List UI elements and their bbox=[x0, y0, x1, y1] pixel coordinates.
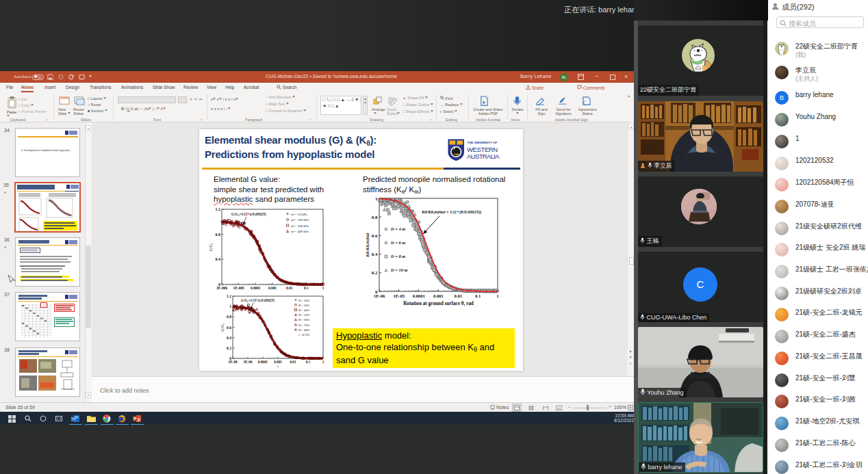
svg-text:0.01: 0.01 bbox=[455, 293, 463, 298]
svg-text:1: 1 bbox=[229, 304, 231, 308]
svg-text:0.001: 0.001 bbox=[433, 293, 444, 298]
svg-text:0.1: 0.1 bbox=[306, 360, 311, 364]
svg-text:σₙ'= 50 kPa: σₙ'= 50 kPa bbox=[291, 213, 307, 216]
svg-text:Dᵣ= 40%: Dᵣ= 40% bbox=[298, 308, 310, 312]
svg-text:1E-006: 1E-006 bbox=[216, 286, 227, 290]
svg-text:e′=0.762: e′=0.762 bbox=[298, 333, 310, 337]
svg-text:σₙ'= 200 kPa: σₙ'= 200 kPa bbox=[291, 224, 309, 228]
svg-text:0.0001: 0.0001 bbox=[258, 360, 268, 364]
svg-text:THE UNIVERSITY OF: THE UNIVERSITY OF bbox=[468, 141, 498, 144]
svg-text:0.0001: 0.0001 bbox=[413, 293, 425, 298]
svg-text:Kθ/Kθ,initial: Kθ/Kθ,initial bbox=[365, 233, 370, 257]
svg-text:Dᵣ= 50%: Dᵣ= 50% bbox=[298, 313, 310, 317]
svg-text:D = 10 m: D = 10 m bbox=[390, 267, 407, 272]
svg-text:Dᵣ= 80%: Dᵣ= 80% bbox=[298, 328, 310, 332]
svg-text:1: 1 bbox=[322, 360, 324, 364]
svg-text:1: 1 bbox=[322, 286, 324, 290]
svg-text:G/G₀=1/(1+γ/0.00025): G/G₀=1/(1+γ/0.00025) bbox=[231, 212, 266, 217]
svg-text:P: P bbox=[134, 417, 137, 421]
svg-text:0.0001: 0.0001 bbox=[251, 286, 261, 290]
svg-text:0.8: 0.8 bbox=[216, 233, 221, 237]
svg-text:0.001: 0.001 bbox=[268, 286, 277, 290]
svg-text:0.8: 0.8 bbox=[372, 215, 378, 220]
svg-text:G/G₀: G/G₀ bbox=[220, 323, 225, 331]
svg-text:0.4: 0.4 bbox=[372, 252, 378, 257]
svg-text:0.4: 0.4 bbox=[227, 336, 231, 340]
svg-text:1E-06: 1E-06 bbox=[374, 293, 385, 298]
svg-text:1: 1 bbox=[375, 196, 378, 202]
svg-text:0.2: 0.2 bbox=[227, 346, 231, 350]
svg-text:1.2: 1.2 bbox=[227, 294, 231, 298]
svg-text:0.1: 0.1 bbox=[475, 293, 481, 298]
svg-text:D = 6 m: D = 6 m bbox=[390, 240, 405, 245]
svg-text:σₙ'= 100 kPa: σₙ'= 100 kPa bbox=[291, 218, 309, 222]
svg-text:0.4: 0.4 bbox=[216, 257, 221, 261]
svg-text:0.6: 0.6 bbox=[227, 326, 231, 330]
svg-text:0.01: 0.01 bbox=[290, 360, 296, 364]
svg-text:Dᵣ= 70%: Dᵣ= 70% bbox=[298, 324, 310, 327]
svg-text:0.01: 0.01 bbox=[286, 286, 293, 290]
svg-text:γ: γ bbox=[277, 365, 279, 367]
svg-text:AUSTRALIA: AUSTRALIA bbox=[467, 153, 500, 160]
svg-text:1E-06: 1E-06 bbox=[244, 360, 253, 364]
svg-text:Dᵣ= 30%: Dᵣ= 30% bbox=[298, 304, 310, 307]
svg-text:0.6: 0.6 bbox=[372, 233, 378, 239]
svg-text:1E-05: 1E-05 bbox=[394, 293, 405, 298]
svg-text:G/G₀: G/G₀ bbox=[209, 243, 213, 251]
svg-text:D = 8 m: D = 8 m bbox=[390, 254, 405, 259]
svg-text:Rotation at ground surface θ,: Rotation at ground surface θ, rad bbox=[403, 301, 474, 306]
svg-text:1.2: 1.2 bbox=[216, 207, 221, 211]
svg-text:0.8: 0.8 bbox=[227, 315, 231, 319]
svg-text:0.1: 0.1 bbox=[304, 286, 309, 290]
svg-text:Dᵣ= 60%: Dᵣ= 60% bbox=[298, 318, 310, 321]
svg-text:0.2: 0.2 bbox=[372, 270, 378, 276]
svg-text:WESTERN: WESTERN bbox=[467, 146, 498, 153]
svg-text:1E-08: 1E-08 bbox=[229, 360, 238, 364]
svg-text:0.001: 0.001 bbox=[274, 360, 282, 364]
svg-text:σₙ'= 400 kPa: σₙ'= 400 kPa bbox=[291, 230, 309, 233]
svg-text:1E-005: 1E-005 bbox=[233, 286, 244, 290]
svg-text:D = 4 m: D = 4 m bbox=[390, 226, 405, 231]
svg-text:Kθ/Kθ,initial = 1/[1+(θ/0.0002: Kθ/Kθ,initial = 1/[1+(θ/0.00025)] bbox=[421, 209, 481, 215]
svg-text:G/G₀=1/(1+γ/0.00025): G/G₀=1/(1+γ/0.00025) bbox=[241, 298, 275, 303]
svg-text:Dᵣ= 20%: Dᵣ= 20% bbox=[298, 299, 310, 302]
svg-text:1: 1 bbox=[496, 293, 498, 298]
